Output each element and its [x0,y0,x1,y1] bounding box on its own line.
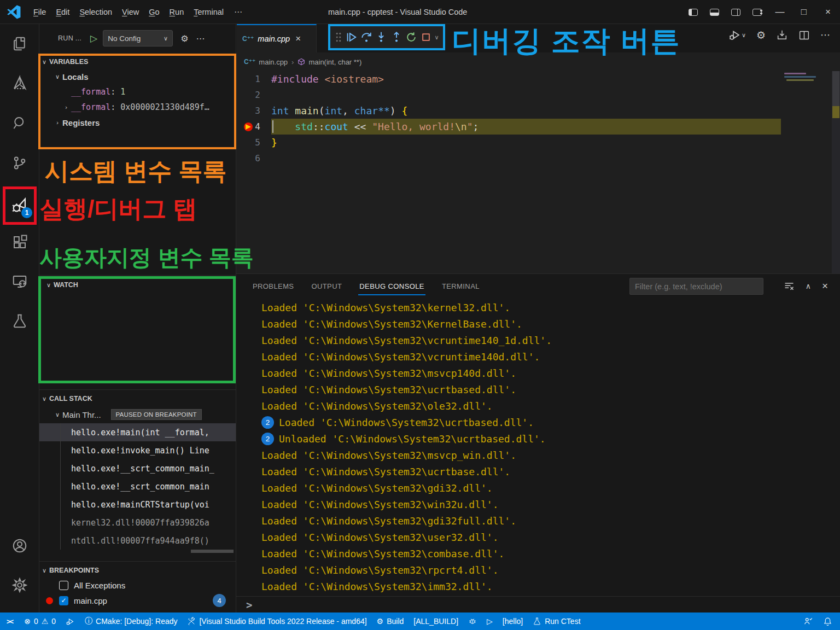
console-line: Loaded 'C:\Windows\System32\ole32.dll'. [261,398,840,414]
debug-console-prompt[interactable]: > [236,596,840,612]
call-stack-frame[interactable]: hello.exe!__scrt_common_main [39,477,236,495]
cmake-status[interactable]: ⓘ CMake: [Debug]: Ready [80,612,182,630]
menu-terminal[interactable]: Terminal [189,5,229,19]
menu-file[interactable]: File [28,5,51,19]
debug-status-icon[interactable] [61,612,80,630]
menu-go[interactable]: Go [144,5,164,19]
cmake-kit[interactable]: [Visual Studio Build Tools 2022 Release … [182,612,371,630]
customize-layout-icon[interactable] [752,9,762,16]
sidebar-item-explorer[interactable] [0,25,39,62]
sidebar-item-search[interactable] [0,104,39,142]
sidebar-item-remote-explorer[interactable] [0,263,39,300]
gutter[interactable]: 1 [236,74,271,84]
call-stack-hscrollbar[interactable] [191,550,234,553]
panel-tab-output[interactable]: OUTPUT [302,274,351,298]
import-into-editor-icon[interactable] [776,29,788,41]
minimap[interactable] [782,71,831,273]
gutter[interactable]: 5 [236,137,271,148]
breakpoint-checkbox[interactable]: ✓ [59,596,68,605]
thread-row[interactable]: ∨ Main Thr... PAUSED ON BREAKPOINT [39,406,236,423]
stop-menu-chevron-icon[interactable]: ∨ [434,34,439,41]
call-stack-frame[interactable]: hello.exe!invoke_main() Line [39,441,236,459]
step-into-button[interactable] [375,31,387,43]
problems-status[interactable]: ⊗ 0 ⚠ 0 [19,612,61,630]
run-or-debug-button[interactable]: ∨ [728,28,746,42]
cmake-build-button[interactable]: ⚙ Build [372,612,409,630]
debug-console-output[interactable]: Loaded 'C:\Windows\System32\kernel32.dll… [236,299,840,596]
call-stack-header[interactable]: ∨ CALL STACK [39,392,236,406]
current-breakpoint-icon[interactable] [244,122,253,131]
step-over-button[interactable] [360,31,372,43]
menu-edit[interactable]: Edit [51,5,74,19]
gutter[interactable]: 2 [236,90,271,100]
manage-button[interactable] [0,567,39,604]
debug-settings-gear-icon[interactable]: ⚙ [180,33,188,44]
breakpoint-row[interactable]: All Exceptions [39,578,236,593]
minimize-button[interactable]: — [768,0,792,24]
call-stack-frame[interactable]: hello.exe!main(int __formal, [39,423,236,441]
gutter[interactable]: 6 [236,153,271,164]
close-tab-icon[interactable]: × [295,33,301,44]
step-out-button[interactable] [390,31,402,43]
editor-scrollbar[interactable] [832,71,840,273]
panel-tab-debug-console[interactable]: DEBUG CONSOLE [351,274,433,298]
feedback-button[interactable] [798,612,818,630]
gutter[interactable]: 4 [236,121,271,132]
call-stack-frame[interactable]: hello.exe!__scrt_common_main_ [39,459,236,477]
call-stack-frame[interactable]: hello.exe!mainCRTStartup(voi [39,495,236,514]
menu-run[interactable]: Run [165,5,189,19]
run-ctest-button[interactable]: Run CTest [528,612,585,630]
cmake-launch-target[interactable]: [hello] [498,612,528,630]
gutter[interactable]: 3 [236,106,271,116]
maximize-panel-icon[interactable]: ∧ [806,282,811,290]
code-line[interactable]: 3int main(int, char**) { [236,103,840,119]
sidebar-item-source-control[interactable] [0,144,39,182]
code-editor[interactable]: 1#include <iostream>23int main(int, char… [236,71,840,273]
sidebar-item-testing[interactable] [0,302,39,340]
stop-button[interactable] [421,32,431,43]
menu-view[interactable]: View [117,5,144,19]
breakpoint-row[interactable]: ✓main.cpp4 [39,593,236,608]
code-line[interactable]: 4 std::cout << "Hello, world!\n"; [236,119,840,135]
breakpoints-header[interactable]: ∨ BREAKPOINTS [39,563,236,578]
launch-settings-gear-icon[interactable]: ⚙ [756,29,766,42]
sidebar-item-cmake[interactable] [0,65,39,102]
close-panel-icon[interactable]: × [822,280,828,292]
panel-tab-problems[interactable]: PROBLEMS [244,274,302,298]
code-line[interactable]: 2 [236,87,840,103]
code-line[interactable]: 1#include <iostream> [236,71,840,87]
breakpoint-checkbox[interactable] [59,581,68,590]
editor-more-actions-icon[interactable]: ⋯ [820,29,830,41]
call-stack-frame[interactable]: kernel32.dll!00007ffa939826a [39,514,236,532]
sidebar-item-extensions[interactable] [0,224,39,261]
account-button[interactable] [0,527,39,564]
toggle-secondary-sidebar-icon[interactable] [731,9,740,16]
toggle-sidebar-icon[interactable] [689,9,698,16]
filter-icon[interactable] [784,281,795,291]
code-line[interactable]: 5} [236,135,840,150]
maximize-button[interactable]: □ [792,0,816,24]
menu-bar: FileEditSelectionViewGoRunTerminal [28,5,229,19]
code-line[interactable]: 6 [236,150,840,166]
call-stack-frame[interactable]: ntdll.dll!00007ffa944aa9f8() [39,532,236,550]
notifications-button[interactable] [818,612,840,630]
toolbar-drag-grip[interactable] [335,32,342,43]
remote-indicator[interactable]: >< [0,612,19,630]
menu-selection[interactable]: Selection [74,5,117,19]
cmake-build-target[interactable]: [ALL_BUILD] [409,612,463,630]
start-debug-button[interactable]: ▷ [90,33,97,44]
panel-tab-terminal[interactable]: TERMINAL [433,274,488,298]
vscode-logo-icon [7,5,21,19]
debug-config-dropdown[interactable]: No Config ∨ [103,30,173,46]
close-window-button[interactable]: × [816,0,840,24]
sidebar-more-actions-icon[interactable]: ⋯ [196,33,205,44]
cmake-debug-button[interactable] [463,612,482,630]
menu-more-button[interactable]: ⋯ [229,5,248,19]
split-editor-icon[interactable] [798,30,810,41]
tab-main-cpp[interactable]: C⁺⁺ main.cpp × [237,24,317,52]
console-filter-input[interactable] [629,278,763,295]
continue-button[interactable] [345,31,357,43]
cmake-launch-button[interactable]: ▷ [482,612,498,630]
restart-button[interactable] [405,31,417,43]
toggle-panel-icon[interactable] [710,9,719,16]
